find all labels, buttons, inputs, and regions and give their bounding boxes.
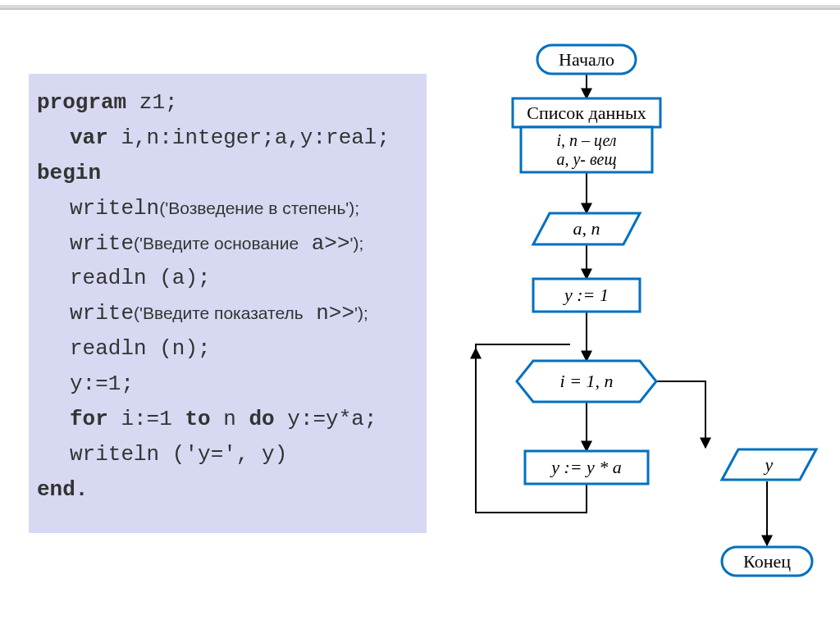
code-line-7: write('Введите показатель n>>'); xyxy=(37,296,418,331)
code-line-12: end. xyxy=(37,472,418,508)
node-input-label: a, n xyxy=(533,213,640,244)
code-line-11: writeln ('y=', y) xyxy=(37,437,418,472)
flowchart: Начало Список данных i, n – цел a, y- ве… xyxy=(443,37,837,619)
kw-for: for xyxy=(70,407,108,431)
code-line-3: begin xyxy=(37,156,418,191)
node-datalist-title-label: Список данных xyxy=(513,98,660,127)
kw-to: to xyxy=(185,407,210,431)
code-line-9: y:=1; xyxy=(37,367,418,402)
node-datalist-body-label: i, n – цел a, y- вещ xyxy=(521,127,652,172)
slide-border-accent xyxy=(0,8,840,10)
node-assign1-label: y := 1 xyxy=(533,279,640,312)
node-loop-label: i = 1, n xyxy=(517,361,656,402)
node-body-label: y := y * a xyxy=(525,451,648,484)
code-line-2: var i,n:integer;a,y:real; xyxy=(37,121,418,156)
code-line-10: for i:=1 to n do y:=y*a; xyxy=(37,402,418,437)
code-line-6: readln (a); xyxy=(37,261,418,296)
code-line-5: write('Введите основание a>>'); xyxy=(37,226,418,262)
code-line-1: program z1; xyxy=(37,85,418,121)
kw-var: var xyxy=(70,125,108,150)
code-panel: program z1; var i,n:integer;a,y:real; be… xyxy=(29,74,427,533)
node-end-label: Конец xyxy=(722,547,812,576)
node-start-label: Начало xyxy=(537,45,636,74)
code-line-8: readln (n); xyxy=(37,331,418,367)
node-output-label: y xyxy=(722,449,816,480)
kw-program: program xyxy=(37,90,126,115)
code-line-4: writeln('Возведение в степень'); xyxy=(37,191,418,226)
kw-do: do xyxy=(249,407,274,431)
